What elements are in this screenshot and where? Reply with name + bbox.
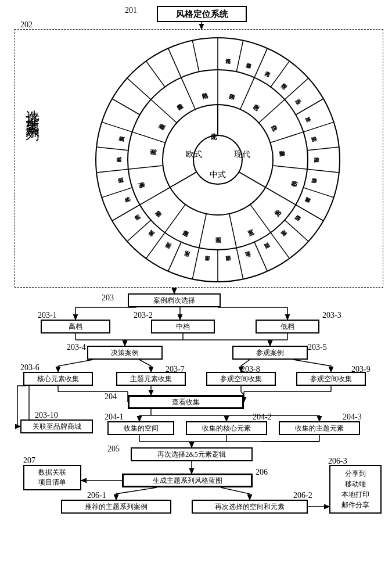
box-recommended: 推荐的主题系列案例 xyxy=(61,500,171,514)
ref-203: 203 xyxy=(102,293,114,303)
box-collected-core: 收集的核心元素 xyxy=(186,421,267,435)
box-decision-case: 决策案例 xyxy=(87,346,163,360)
ref-203-5: 203-5 xyxy=(308,343,327,352)
box-collected-theme: 收集的主题元素 xyxy=(279,421,360,435)
ref-204: 204 xyxy=(105,392,117,401)
ref-202: 202 xyxy=(20,20,33,30)
box-grade-low: 低档 xyxy=(256,320,319,333)
sunburst-chart: 欧式 现代 中式 北欧之光 立体印象色彩天地白色之纯极简抽象仿生数码文士雅风复古… xyxy=(93,35,343,285)
ref-204-3: 204-3 xyxy=(343,413,362,422)
box-reselect-logic: 再次选择2&5元素逻辑 xyxy=(131,447,253,461)
ref-207: 207 xyxy=(23,456,35,465)
box-data-link-list: 数据关联 项目清单 xyxy=(23,465,81,490)
ref-203-10: 203-10 xyxy=(35,411,58,420)
ref-204-2: 204-2 xyxy=(253,413,272,422)
box-visit-space-1: 参观空间收集 xyxy=(206,372,276,386)
box-case-grade: 案例档次选择 xyxy=(128,293,221,307)
box-view-collect: 查看收集 xyxy=(128,395,244,409)
ref-203-6: 203-6 xyxy=(20,363,39,372)
ref-203-4: 203-4 xyxy=(67,343,86,352)
box-grade-mid: 中档 xyxy=(151,320,215,333)
ref-203-2: 203-2 xyxy=(134,311,153,320)
box-visit-space-2: 参观空间收集 xyxy=(296,372,366,386)
ref-206-1: 206-1 xyxy=(87,491,106,500)
ref-201: 201 xyxy=(125,6,137,15)
ring1-cn: 中式 xyxy=(210,170,226,179)
box-collected-space: 收集的空间 xyxy=(107,421,174,435)
ref-203-3: 203-3 xyxy=(322,311,341,320)
ref-205: 205 xyxy=(107,444,120,454)
ref-206-2: 206-2 xyxy=(293,491,312,500)
box-grade-high: 高档 xyxy=(41,320,110,333)
box-visit-case: 参观案例 xyxy=(232,346,308,360)
box-brand-mall: 关联至品牌商城 xyxy=(20,419,93,433)
ring1-modern: 现代 xyxy=(234,150,250,159)
box-gen-blueprint: 生成主题系列风格蓝图 xyxy=(122,474,253,487)
ref-203-1: 203-1 xyxy=(38,311,57,320)
box-style-system: 风格定位系统 xyxy=(157,6,247,22)
ref-206: 206 xyxy=(256,468,268,477)
box-theme-collect: 主题元素收集 xyxy=(116,372,186,386)
box-core-collect: 核心元素收集 xyxy=(23,372,93,386)
box-share: 分享到 移动端 本地打印 邮件分享 xyxy=(329,465,382,514)
box-reselect-space: 再次选择的空间和元素 xyxy=(192,500,308,514)
ref-204-1: 204-1 xyxy=(105,413,124,422)
panel-title: 选择主题系列 xyxy=(23,99,42,120)
ring1-eu: 欧式 xyxy=(186,150,202,159)
